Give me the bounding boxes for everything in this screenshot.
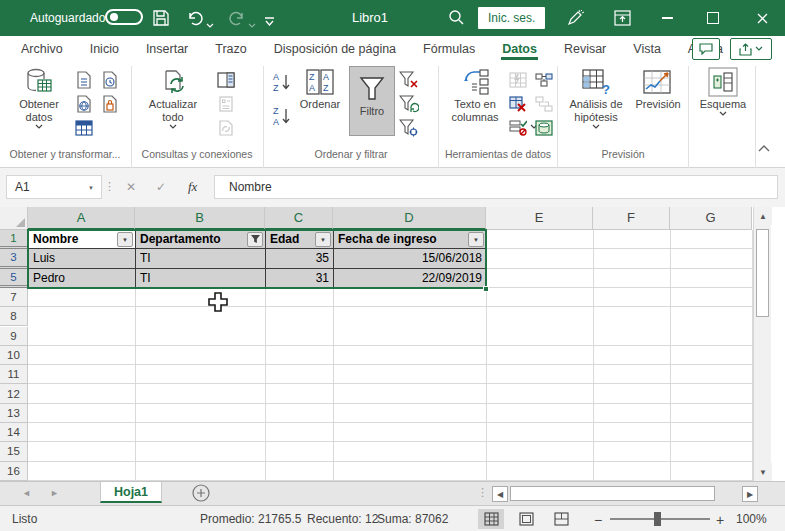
close-button[interactable] <box>740 0 785 36</box>
normal-view-button[interactable] <box>478 509 504 529</box>
row-header-12[interactable]: 12 <box>0 384 28 403</box>
minimize-button[interactable] <box>645 0 690 36</box>
insert-function-icon[interactable]: fx <box>188 179 197 195</box>
row-header-8[interactable]: 8 <box>0 307 28 326</box>
row-header-3[interactable]: 3 <box>0 249 28 268</box>
from-web-icon[interactable] <box>74 94 94 114</box>
cell-c3[interactable]: 35 <box>266 249 334 268</box>
vertical-scrollbar[interactable]: ▲ ▼ <box>753 207 771 481</box>
hscroll-right-button[interactable]: ▶ <box>742 486 758 502</box>
cell-a5[interactable]: Pedro <box>29 269 136 288</box>
forecast-sheet-button[interactable]: Previsión <box>630 66 686 142</box>
zoom-slider-thumb[interactable] <box>654 512 661 526</box>
clear-filter-icon[interactable] <box>399 70 419 90</box>
row-header-5[interactable]: 5 <box>0 269 28 288</box>
page-break-view-button[interactable] <box>548 509 574 529</box>
tab-insertar[interactable]: Insertar <box>145 38 189 60</box>
recent-sources-icon[interactable] <box>100 70 120 90</box>
get-data-button[interactable]: Obtener datos <box>8 66 70 142</box>
manage-data-model-icon[interactable] <box>534 118 554 138</box>
zoom-level[interactable]: 100% <box>736 512 767 526</box>
column-header-b[interactable]: B <box>135 207 265 230</box>
sort-az-icon[interactable]: AZ <box>268 72 294 92</box>
what-if-analysis-button[interactable]: ? Análisis de hipótesis <box>562 66 630 142</box>
save-icon[interactable] <box>152 9 170 31</box>
customize-quick-access-icon[interactable] <box>264 13 275 31</box>
cell-b5[interactable]: TI <box>136 269 266 288</box>
row-header-16[interactable]: 16 <box>0 462 28 481</box>
cell-d3[interactable]: 15/06/2018 <box>334 249 487 268</box>
sheet-nav-left-icon[interactable]: ◄ <box>22 488 31 498</box>
hscroll-left-button[interactable]: ◀ <box>492 486 508 502</box>
from-text-csv-icon[interactable] <box>74 70 94 90</box>
vertical-scroll-thumb[interactable] <box>756 229 769 317</box>
row-header-13[interactable]: 13 <box>0 404 28 423</box>
existing-connections-icon[interactable] <box>100 94 120 114</box>
cell-c1[interactable]: Edad ▼ <box>266 230 334 249</box>
ribbon-display-options-icon[interactable] <box>614 10 631 30</box>
cell-b3[interactable]: TI <box>136 249 266 268</box>
reapply-filter-icon[interactable] <box>399 94 419 114</box>
share-button[interactable] <box>730 38 772 60</box>
tab-inicio[interactable]: Inicio <box>89 38 120 60</box>
scroll-up-button[interactable]: ▲ <box>754 207 772 225</box>
zoom-out-button[interactable]: − <box>594 512 602 528</box>
row-header-9[interactable]: 9 <box>0 327 28 346</box>
cell-b1[interactable]: Departamento <box>136 230 266 249</box>
column-header-g[interactable]: G <box>670 207 752 230</box>
filter-dropdown-edad[interactable]: ▼ <box>315 232 331 247</box>
sort-button[interactable]: ZAAZ Ordenar <box>294 66 346 142</box>
tab-vista[interactable]: Vista <box>632 38 662 60</box>
data-validation-icon[interactable] <box>508 118 528 138</box>
sign-in-button[interactable]: Inic. ses. <box>478 7 545 29</box>
page-layout-view-button[interactable] <box>513 509 539 529</box>
select-all-corner[interactable] <box>0 207 28 230</box>
tab-datos[interactable]: Datos <box>501 38 538 60</box>
sheet-tab-hoja1[interactable]: Hoja1 <box>100 482 162 503</box>
sort-za-icon[interactable]: ZA <box>268 106 294 126</box>
from-table-range-icon[interactable] <box>74 118 94 138</box>
column-header-f[interactable]: F <box>593 207 670 230</box>
filter-applied-departamento[interactable] <box>247 232 263 247</box>
row-header-14[interactable]: 14 <box>0 423 28 442</box>
name-box-dropdown-icon[interactable]: ▼ <box>88 185 94 191</box>
maximize-button[interactable] <box>690 0 735 36</box>
tab-archivo[interactable]: Archivo <box>20 38 64 60</box>
tab-disposicion[interactable]: Disposición de página <box>273 38 397 60</box>
new-sheet-button[interactable] <box>192 484 210 506</box>
outline-button[interactable]: Esquema <box>696 66 750 142</box>
filter-dropdown-nombre[interactable]: ▼ <box>117 232 133 247</box>
text-to-columns-button[interactable]: Texto en columnas <box>443 66 507 142</box>
collapse-ribbon-icon[interactable] <box>758 144 770 152</box>
horizontal-scroll-thumb[interactable] <box>510 486 715 501</box>
undo-icon[interactable] <box>186 9 204 31</box>
advanced-filter-icon[interactable] <box>399 118 419 138</box>
refresh-all-button[interactable]: Actualizar todo <box>138 66 208 142</box>
filter-dropdown-fecha[interactable]: ▼ <box>468 232 484 247</box>
cell-d5[interactable]: 22/09/2019 <box>334 269 487 288</box>
namebox-resize-handle[interactable]: ⋮ <box>104 180 115 193</box>
filter-button[interactable]: Filtro <box>349 66 395 136</box>
ink-editor-icon[interactable] <box>566 9 584 31</box>
zoom-in-button[interactable]: + <box>716 512 724 528</box>
row-header-10[interactable]: 10 <box>0 346 28 365</box>
autosave-toggle[interactable] <box>105 9 143 25</box>
search-icon[interactable] <box>448 9 465 30</box>
sheet-nav-right-icon[interactable]: ► <box>50 488 59 498</box>
column-header-d[interactable]: D <box>333 207 486 230</box>
row-header-7[interactable]: 7 <box>0 288 28 307</box>
queries-connections-icon[interactable] <box>216 70 236 90</box>
row-header-15[interactable]: 15 <box>0 442 28 461</box>
scroll-down-button[interactable]: ▼ <box>754 463 772 481</box>
formula-input[interactable]: Nombre <box>214 175 778 199</box>
column-header-e[interactable]: E <box>486 207 593 230</box>
cell-c5[interactable]: 31 <box>266 269 334 288</box>
cell-a1[interactable]: Nombre ▼ <box>29 230 136 249</box>
undo-chevron-icon[interactable] <box>206 15 214 33</box>
tab-revisar[interactable]: Revisar <box>563 38 607 60</box>
remove-duplicates-icon[interactable] <box>508 94 528 114</box>
column-header-a[interactable]: A <box>28 207 135 230</box>
selection-fill-handle[interactable] <box>483 286 489 292</box>
name-box[interactable]: A1 ▼ <box>6 175 102 199</box>
comments-button[interactable] <box>692 38 720 60</box>
